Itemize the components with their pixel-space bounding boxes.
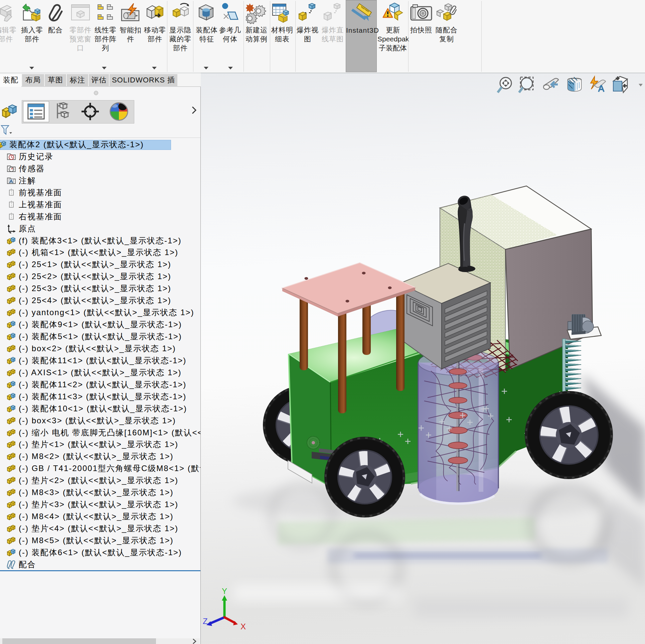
svg-text:X: X xyxy=(240,622,246,631)
svg-text:Y: Y xyxy=(222,587,227,596)
svg-text:Z: Z xyxy=(203,617,208,626)
